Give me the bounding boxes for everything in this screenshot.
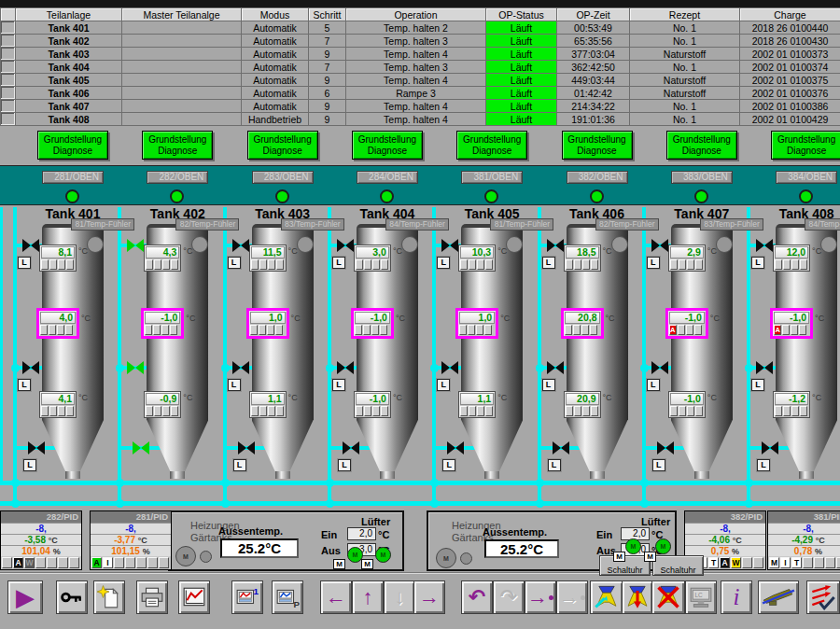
valve-top-icon[interactable] [232, 239, 249, 252]
report-p-button[interactable]: P [272, 580, 303, 614]
nav-left-button[interactable]: ← [320, 580, 352, 614]
horn-button[interactable] [758, 580, 799, 614]
fan-motor-button[interactable]: M [625, 538, 641, 554]
valve-mid-icon[interactable] [651, 361, 668, 374]
table-row[interactable]: Tank 403 Automatik 9 Temp. halten 4 Läuf… [1, 48, 840, 61]
temp-display-mid-selected[interactable]: 4,0 [36, 308, 79, 339]
grundstellung-diagnose-button[interactable]: Grundstellung Diagnose [456, 131, 527, 160]
valve-bottom-icon[interactable] [657, 441, 674, 454]
info-button[interactable]: i [721, 580, 752, 614]
row-selector[interactable] [1, 35, 16, 48]
valve-mid-icon[interactable] [756, 361, 773, 374]
heater-motor-button[interactable]: M [175, 546, 196, 566]
valve-top-icon[interactable] [22, 239, 39, 252]
row-selector[interactable] [1, 61, 16, 74]
undo-button[interactable]: ↶ [461, 580, 493, 614]
heater-motor-button[interactable]: M [436, 548, 456, 568]
valve-top-icon[interactable] [127, 239, 144, 252]
table-row[interactable]: Tank 406 Automatik 6 Rampe 3 Läuft 01:42… [1, 87, 840, 100]
grundstellung-diagnose-button[interactable]: Grundstellung Diagnose [666, 131, 737, 160]
oben-valve-node-button[interactable]: 283/OBEN [252, 171, 314, 184]
jump-forward-button[interactable]: → [525, 580, 556, 614]
temp-display-top[interactable]: 3,0 [354, 245, 391, 272]
valve-mid-icon[interactable] [127, 361, 144, 374]
temp-display-top[interactable]: 10,3 [458, 245, 496, 272]
redo-button[interactable]: ↷ [493, 580, 525, 614]
temp-display-mid-selected[interactable]: -1,0 [351, 308, 394, 339]
trend-button[interactable] [178, 580, 210, 614]
alarm-incoming-button[interactable] [622, 580, 653, 614]
temp-display-top[interactable]: 2,9 [668, 245, 706, 272]
temp-display-mid-selected[interactable]: 1,0 [246, 308, 289, 339]
oben-valve-node-button[interactable]: 383/OBEN [671, 171, 733, 184]
valve-mid-icon[interactable] [547, 361, 564, 374]
oben-valve-node-button[interactable]: 384/OBEN [776, 171, 837, 184]
grundstellung-diagnose-button[interactable]: Grundstellung Diagnose [142, 131, 213, 160]
grundstellung-diagnose-button[interactable]: Grundstellung Diagnose [37, 131, 108, 160]
valve-top-icon[interactable] [441, 239, 458, 252]
print-button[interactable] [136, 580, 168, 614]
grundstellung-diagnose-button[interactable]: Grundstellung Diagnose [562, 131, 633, 160]
table-row[interactable]: Tank 405 Automatik 9 Temp. halten 4 Läuf… [1, 74, 840, 87]
nav-down-button[interactable]: ↓ [384, 580, 415, 614]
row-selector[interactable] [1, 113, 16, 126]
report-1-button[interactable]: 1 [231, 580, 263, 614]
start-button[interactable]: ▶ [7, 580, 43, 614]
temp-display-mid-selected[interactable]: 1,0 [455, 308, 498, 339]
oben-valve-node-button[interactable]: 381/OBEN [461, 171, 523, 184]
nav-up-button[interactable]: ↑ [352, 580, 384, 614]
grundstellung-diagnose-button[interactable]: Grundstellung Diagnose [247, 131, 318, 160]
ein-setpoint-input[interactable]: 2,0 [347, 527, 376, 540]
table-row[interactable]: Tank 404 Automatik 7 Temp. halten 3 Läuf… [1, 61, 840, 74]
temp-display-bottom[interactable]: -1,2 [773, 391, 810, 418]
table-row[interactable]: Tank 402 Automatik 7 Temp. halten 3 Läuf… [1, 35, 840, 48]
table-row[interactable]: Tank 407 Automatik 9 Temp. halten 4 Läuf… [1, 100, 840, 113]
row-selector[interactable] [1, 48, 16, 61]
jump-forward-alt-button[interactable]: → [556, 580, 588, 614]
temp-display-mid-selected[interactable]: -1,0 A [665, 308, 708, 339]
temp-display-mid-selected[interactable]: -1,0 [141, 308, 184, 339]
temp-display-bottom[interactable]: 1,1 [458, 391, 496, 418]
temp-display-bottom[interactable]: 20,9 [564, 391, 601, 418]
temp-display-top[interactable]: 4,3 [144, 245, 181, 272]
temp-display-bottom[interactable]: -0,9 [144, 391, 181, 418]
valve-mid-icon[interactable] [232, 361, 249, 374]
valve-bottom-icon[interactable] [447, 441, 464, 454]
valve-top-icon[interactable] [337, 239, 354, 252]
row-selector[interactable] [1, 100, 16, 113]
row-selector[interactable] [1, 74, 16, 87]
system-monitor-button[interactable]: LC [685, 580, 717, 614]
valve-mid-icon[interactable] [337, 361, 354, 374]
table-row[interactable]: Tank 408 Handbetrieb 9 Temp. halten 4 Lä… [1, 113, 840, 126]
valve-bottom-icon[interactable] [762, 441, 778, 454]
row-selector[interactable] [1, 87, 16, 100]
fan-motor-button[interactable]: M [655, 538, 671, 554]
new-document-button[interactable] [93, 580, 125, 614]
valve-top-icon[interactable] [651, 239, 668, 252]
temp-display-bottom[interactable]: 4,1 [39, 391, 77, 418]
grundstellung-diagnose-button[interactable]: Grundstellung Diagnose [771, 131, 840, 160]
temp-display-bottom[interactable]: -1,0 [354, 391, 391, 418]
pid-controller-panel[interactable]: 381/PID -8, -4,29 °C 0,78 % MIT [767, 510, 840, 570]
grundstellung-diagnose-button[interactable]: Grundstellung Diagnose [352, 131, 423, 160]
valve-bottom-icon[interactable] [238, 441, 255, 454]
valve-mid-icon[interactable] [441, 361, 458, 374]
schaltuhr-button[interactable]: Schaltuhr [652, 555, 704, 576]
oben-valve-node-button[interactable]: 281/OBEN [42, 171, 104, 184]
temp-display-bottom[interactable]: 1,1 [249, 391, 287, 418]
valve-bottom-icon[interactable] [28, 441, 45, 454]
oben-valve-node-button[interactable]: 284/OBEN [357, 171, 418, 184]
temp-display-top[interactable]: 18,5 [564, 245, 601, 272]
valve-bottom-icon[interactable] [133, 441, 149, 454]
valve-top-icon[interactable] [547, 239, 564, 252]
valve-bottom-icon[interactable] [553, 441, 569, 454]
temp-display-mid-selected[interactable]: 20,8 [561, 308, 604, 339]
alarm-suppress-button[interactable] [651, 580, 685, 614]
temp-display-top[interactable]: 12,0 [773, 245, 810, 272]
valve-bottom-icon[interactable] [343, 441, 359, 454]
table-row[interactable]: Tank 401 Automatik 5 Temp. halten 2 Läuf… [1, 21, 840, 35]
nav-right-button[interactable]: → [413, 580, 445, 614]
pid-controller-panel[interactable]: 281/PID -8, -3,77 °C 101,15 % AI [90, 510, 172, 570]
signature-button[interactable] [806, 580, 840, 614]
oben-valve-node-button[interactable]: 382/OBEN [567, 171, 628, 184]
